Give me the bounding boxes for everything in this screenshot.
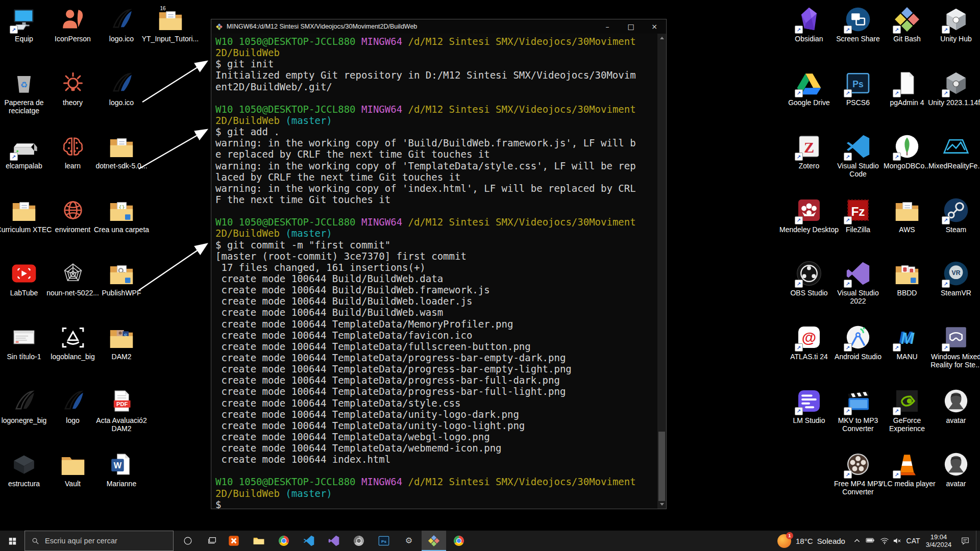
desktop-icon-windows-mixed-reality-for-ste[interactable]: ↗Windows Mixed Reality for Ste...: [933, 323, 979, 369]
desktop-icon-crea-una-carpeta[interactable]: {}Crea una carpeta: [98, 196, 145, 234]
taskbar-photoshop-button[interactable]: Ps: [372, 531, 396, 551]
taskbar-chrome-gray-button[interactable]: [347, 531, 371, 551]
minimize-button[interactable]: –: [596, 19, 619, 34]
scrollbar-thumb[interactable]: [658, 432, 665, 501]
desktop-icon-paperera-de-reciclatge[interactable]: ♻Paperera de reciclatge: [1, 69, 47, 115]
clock[interactable]: 19:04 3/4/2024: [922, 531, 955, 551]
desktop-icon-obsidian[interactable]: ↗Obsidian: [786, 5, 832, 43]
desktop-icon-free-mp4-mp3-converter[interactable]: ↗Free MP4 MP3 Converter: [835, 450, 881, 496]
desktop-icon-mixedrealityfe[interactable]: MixedRealityFe...: [933, 132, 979, 170]
desktop-icon-aws[interactable]: AWS: [884, 196, 930, 234]
weather-widget[interactable]: 1 18°C Soleado: [777, 531, 853, 551]
volume-status[interactable]: [891, 531, 904, 551]
terminal-titlebar[interactable]: MINGW64:/d/M12 Sintesi SMX/Videojocs/30M…: [211, 19, 666, 34]
labtube-icon: [10, 259, 38, 288]
desktop-icon-iconperson[interactable]: IconPerson: [50, 5, 96, 43]
desktop-icon-obs-studio[interactable]: ↗OBS Studio: [786, 259, 832, 297]
taskbar-chrome-2-button[interactable]: [447, 531, 471, 551]
scrollbar-down-arrow-icon[interactable]: [657, 500, 666, 509]
desktop-icon-marianne[interactable]: WMarianne: [98, 450, 145, 488]
desktop-icon-theory[interactable]: theory: [50, 69, 96, 107]
desktop-icon-acta-avaluaci-2-dam2[interactable]: PDFActa Avaluació2 DAM2: [98, 387, 145, 433]
desktop-icon-vlc-media-player[interactable]: ↗VLC media player: [884, 450, 930, 488]
desktop-icon-bbdd[interactable]: BBDD: [884, 259, 930, 297]
desktop-icon-zotero[interactable]: Z↗Zotero: [786, 132, 832, 170]
desktop-icon-logo-ico[interactable]: logo.ico: [98, 69, 145, 107]
screenshare-icon: ↗: [844, 5, 872, 34]
desktop-icon-enviroment[interactable]: enviroment: [50, 196, 96, 234]
desktop-icon-manu[interactable]: MM↗MANU: [884, 323, 930, 361]
taskbar-settings-gear-button[interactable]: ⚙: [397, 531, 421, 551]
desktop-icon-atlas-ti-24[interactable]: @↗ATLAS.ti 24: [786, 323, 832, 361]
desktop-icon-geforce-experience[interactable]: ↗GeForce Experience: [884, 387, 930, 433]
taskbar-git-bash-button[interactable]: [422, 531, 446, 551]
desktop-icon-mendeley-desktop[interactable]: ↗Mendeley Desktop: [786, 196, 832, 234]
desktop-icon-visual-studio-code[interactable]: ↗Visual Studio Code: [835, 132, 881, 178]
steamvr-icon: VR↗: [942, 259, 970, 288]
desktop-icon-avatar[interactable]: avatar: [933, 450, 979, 488]
terminal-output[interactable]: W10 1050@DESKTOP-JCCL880 MINGW64 /d/M12 …: [211, 34, 657, 509]
desktop-icon-equip[interactable]: ↗Equip: [1, 5, 47, 43]
desktop-icon-dam2[interactable]: SDAM2: [98, 323, 145, 361]
desktop-icon-mongodbco[interactable]: ↗MongoDBCo...: [884, 132, 930, 170]
clapper-icon: ↗: [844, 387, 872, 415]
taskbar-file-explorer-button[interactable]: [247, 531, 271, 551]
vscode-icon: [302, 534, 315, 547]
desktop-icon-logo[interactable]: logo: [50, 387, 96, 424]
close-button[interactable]: ×: [643, 19, 666, 34]
desktop-icon-estructura[interactable]: estructura: [1, 450, 47, 488]
action-center-button[interactable]: [955, 531, 975, 551]
taskbar-visual-studio-button[interactable]: [322, 531, 346, 551]
desktop-icon-logo-ico[interactable]: logo.ico: [98, 5, 145, 43]
desktop-icon-curriculum-xtec[interactable]: Curriculum XTEC: [1, 196, 47, 234]
scrollbar-up-arrow-icon[interactable]: [657, 34, 666, 42]
desktop-icon-publishwpf[interactable]: PublishWPF: [98, 259, 145, 297]
taskbar-orange-x-app-button[interactable]: [222, 531, 246, 551]
desktop-icon-unity-hub[interactable]: ↗Unity Hub: [933, 5, 979, 43]
language-indicator[interactable]: CAT: [903, 531, 923, 551]
cortana-button[interactable]: [177, 531, 199, 551]
desktop-icon-visual-studio-2022[interactable]: ↗Visual Studio 2022: [835, 259, 881, 305]
desktop-icon-filezilla[interactable]: Fz↗FileZilla: [835, 196, 881, 234]
desktop-icon-unity-2023-1-14f1[interactable]: ↗Unity 2023.1.14f1: [933, 69, 979, 107]
desktop-icon-vault[interactable]: Vault: [50, 450, 96, 488]
maximize-button[interactable]: □: [619, 19, 643, 34]
desktop-icon-learn[interactable]: learn: [50, 132, 96, 170]
show-desktop-button[interactable]: [976, 531, 980, 551]
desktop-icon-git-bash[interactable]: ↗Git Bash: [884, 5, 930, 43]
desktop-icon-avatar[interactable]: avatar: [933, 387, 979, 424]
folderdb-icon: [893, 259, 921, 288]
taskbar-search-input[interactable]: Escriu aquí per cercar: [24, 531, 174, 551]
desktop-icon-label: SteamVR: [926, 289, 980, 297]
desktop-icon-steamvr[interactable]: VR↗SteamVR: [933, 259, 979, 297]
desktop-icon-dotnet-sdk-5-0[interactable]: dotnet-sdk-5.0...: [98, 132, 145, 170]
desktop-icon-steam[interactable]: ↗Steam: [933, 196, 979, 234]
terminal-scrollbar[interactable]: [657, 34, 666, 509]
desktop-icon-elcampalab[interactable]: ↗elcampalab: [1, 132, 47, 170]
taskbar-chrome-button[interactable]: [272, 531, 296, 551]
task-view-button[interactable]: [201, 531, 224, 551]
desktop-icon-lm-studio[interactable]: ↗LM Studio: [786, 387, 832, 424]
icon-badge: 16: [160, 6, 166, 11]
desktop-icon-noun-net-5022[interactable]: noun-net-5022...: [50, 259, 96, 297]
desktop-icon-screen-share[interactable]: ↗Screen Share: [835, 5, 881, 43]
desktop-icon-google-drive[interactable]: ↗Google Drive: [786, 69, 832, 107]
desktop-icon-pgadmin-4[interactable]: ↗pgAdmin 4: [884, 69, 930, 107]
start-button[interactable]: [0, 531, 24, 551]
tray-overflow-button[interactable]: [850, 531, 864, 551]
desktop-icon-logoblanc-big[interactable]: logoblanc_big: [50, 323, 96, 361]
desktop-icon-mkv-to-mp3-converter[interactable]: ↗MKV to MP3 Converter: [835, 387, 881, 433]
taskbar-vscode-button[interactable]: [297, 531, 321, 551]
desktop-icon-logonegre-big[interactable]: logonegre_big: [1, 387, 47, 424]
desktop-icon-labtube[interactable]: LabTube: [1, 259, 47, 297]
desktop-icon-yt-input-tutori[interactable]: 16YT_Input_Tutori...: [147, 5, 194, 43]
weather-alert-badge: 1: [786, 532, 793, 539]
battery-status[interactable]: [864, 531, 878, 551]
desktop-icon-android-studio[interactable]: ↗Android Studio: [835, 323, 881, 361]
terminal-line: create mode 100644 TemplateData/webmemd-…: [215, 442, 657, 454]
desktop-icon-pscs6[interactable]: Ps↗PSCS6: [835, 69, 881, 107]
search-placeholder: Escriu aquí per cercar: [45, 537, 117, 545]
desktop-icon-sin-t-tulo-1[interactable]: Sin título-1: [1, 323, 47, 361]
clock-time: 19:04: [930, 533, 947, 541]
network-status[interactable]: [878, 531, 891, 551]
